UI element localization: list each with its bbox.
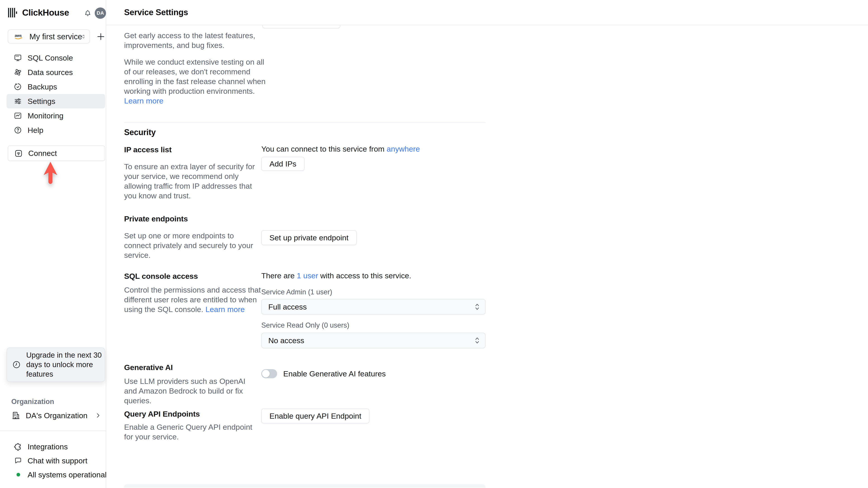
release-learn-more-link[interactable]: Learn more xyxy=(124,96,163,105)
sql-console-access-heading: SQL console access xyxy=(124,272,198,281)
sql-access-summary-prefix: There are xyxy=(261,271,297,280)
system-status-label: All systems operational xyxy=(28,470,107,479)
connect-wifi-icon xyxy=(14,149,23,158)
chat-bubble-icon xyxy=(14,456,22,465)
integrations-puzzle-icon xyxy=(14,442,22,451)
settings-sliders-icon xyxy=(13,97,22,105)
one-user-link[interactable]: 1 user xyxy=(297,271,318,280)
upgrade-notice-text: Upgrade in the next 30 days to unlock mo… xyxy=(26,350,103,379)
brand-name: ClickHouse xyxy=(22,8,69,18)
sidebar-item-help[interactable]: Help xyxy=(6,123,105,137)
annotation-arrow-up xyxy=(43,162,58,185)
release-description-1: Get early access to the latest features,… xyxy=(124,31,263,50)
section-divider xyxy=(124,123,486,123)
sidebar-item-label: Monitoring xyxy=(28,111,64,120)
organization-building-icon xyxy=(11,411,20,420)
chevron-updown-icon xyxy=(475,303,480,311)
status-green-dot xyxy=(17,473,20,477)
add-ips-button[interactable]: Add IPs xyxy=(261,157,305,171)
sidebar-item-settings[interactable]: Settings xyxy=(6,94,105,108)
organization-switcher[interactable]: DA's Organization xyxy=(6,408,105,423)
service-readonly-label: Service Read Only (0 users) xyxy=(261,321,349,329)
settings-content: Get early access to the latest features,… xyxy=(106,25,868,488)
sql-console-icon xyxy=(13,54,22,62)
chevron-updown-icon xyxy=(82,33,85,41)
aws-provider-icon: aws xyxy=(13,33,24,40)
sidebar-item-monitoring[interactable]: Monitoring xyxy=(6,108,105,123)
ip-access-summary: You can connect to this service from any… xyxy=(261,144,420,153)
chevron-right-icon xyxy=(95,412,101,419)
main-area: Service Settings Get early access to the… xyxy=(106,0,868,488)
sidebar-item-label: Data sources xyxy=(28,68,73,77)
security-section-title: Security xyxy=(124,128,156,137)
upgrade-notice-card[interactable]: Upgrade in the next 30 days to unlock mo… xyxy=(6,348,105,382)
generative-ai-description: Use LLM providers such as OpenAI and Ama… xyxy=(124,377,254,405)
sidebar-item-backups[interactable]: Backups xyxy=(6,79,105,94)
notifications-bell-icon[interactable] xyxy=(84,9,92,18)
service-readonly-value: No access xyxy=(268,336,304,345)
brand: ClickHouse xyxy=(8,7,69,19)
sql-access-summary: There are 1 user with access to this ser… xyxy=(261,271,411,280)
query-api-heading: Query API Endpoints xyxy=(124,410,200,418)
main-header: Service Settings xyxy=(106,0,868,25)
chat-support-label: Chat with support xyxy=(28,456,88,465)
enable-query-api-button[interactable]: Enable query API Endpoint xyxy=(261,409,369,423)
sidebar-item-label: Settings xyxy=(28,97,55,106)
data-sources-icon xyxy=(13,68,22,76)
private-endpoints-description: Set up one or more endpoints to connect … xyxy=(124,231,262,260)
sidebar: ClickHouse DA aws My first service xyxy=(0,0,106,488)
sidebar-item-data-sources[interactable]: Data sources xyxy=(6,65,105,79)
clickhouse-logo-icon xyxy=(8,7,17,18)
sql-access-learn-more-link[interactable]: Learn more xyxy=(206,305,245,314)
service-name: My first service xyxy=(29,32,82,41)
setup-private-endpoint-button[interactable]: Set up private endpoint xyxy=(261,230,357,245)
clock-icon xyxy=(12,360,21,369)
service-readonly-select[interactable]: No access xyxy=(261,332,486,348)
chevron-updown-icon xyxy=(475,337,480,344)
sidebar-item-sql-console[interactable]: SQL Console xyxy=(6,51,105,65)
anywhere-link[interactable]: anywhere xyxy=(386,144,420,153)
system-status-item[interactable]: All systems operational xyxy=(6,468,105,481)
release-description-2: While we conduct extensive testing on al… xyxy=(124,57,270,106)
ip-access-summary-text: You can connect to this service from xyxy=(261,144,386,153)
sidebar-item-label: Backups xyxy=(28,83,57,91)
sidebar-item-label: SQL Console xyxy=(28,54,73,62)
service-admin-select[interactable]: Full access xyxy=(261,299,486,315)
monitoring-chart-icon xyxy=(13,111,22,120)
release-channel-select-partial[interactable] xyxy=(262,25,340,29)
ip-access-description: To ensure an extra layer of security for… xyxy=(124,162,262,201)
clickhouse-app: ClickHouse DA aws My first service xyxy=(0,0,868,488)
integrations-label: Integrations xyxy=(28,442,68,451)
query-api-description: Enable a Generic Query API endpoint for … xyxy=(124,422,260,442)
organization-section-label: Organization xyxy=(11,398,54,406)
next-section-panel-partial xyxy=(124,484,486,488)
add-service-button[interactable] xyxy=(96,31,106,42)
svg-text:aws: aws xyxy=(15,33,22,38)
ip-access-list-heading: IP access list xyxy=(124,145,172,154)
page-title: Service Settings xyxy=(124,8,188,17)
sidebar-divider xyxy=(0,431,106,431)
toggle-knob xyxy=(262,370,270,378)
service-admin-label: Service Admin (1 user) xyxy=(261,288,332,296)
sidebar-item-label: Help xyxy=(28,126,43,135)
generative-ai-toggle-label: Enable Generative AI features xyxy=(283,369,386,378)
private-endpoints-heading: Private endpoints xyxy=(124,215,188,223)
sidebar-item-integrations[interactable]: Integrations xyxy=(6,440,105,453)
help-icon xyxy=(13,126,22,134)
service-admin-value: Full access xyxy=(268,302,307,311)
connect-button[interactable]: Connect xyxy=(8,145,105,161)
backups-history-icon xyxy=(13,83,22,91)
service-selector[interactable]: aws My first service xyxy=(8,29,90,43)
organization-name: DA's Organization xyxy=(26,411,88,420)
sidebar-item-chat-support[interactable]: Chat with support xyxy=(6,454,105,467)
connect-label: Connect xyxy=(28,149,57,158)
sidebar-nav: SQL Console Data sources Backups xyxy=(6,51,105,137)
user-avatar[interactable]: DA xyxy=(95,7,106,19)
sql-access-summary-suffix: with access to this service. xyxy=(318,271,411,280)
release-description-2-text: While we conduct extensive testing on al… xyxy=(124,58,266,95)
generative-ai-heading: Generative AI xyxy=(124,363,173,372)
generative-ai-toggle[interactable] xyxy=(261,369,277,378)
sql-access-description: Control the permissions and access that … xyxy=(124,285,262,314)
generative-ai-toggle-row: Enable Generative AI features xyxy=(261,369,386,378)
